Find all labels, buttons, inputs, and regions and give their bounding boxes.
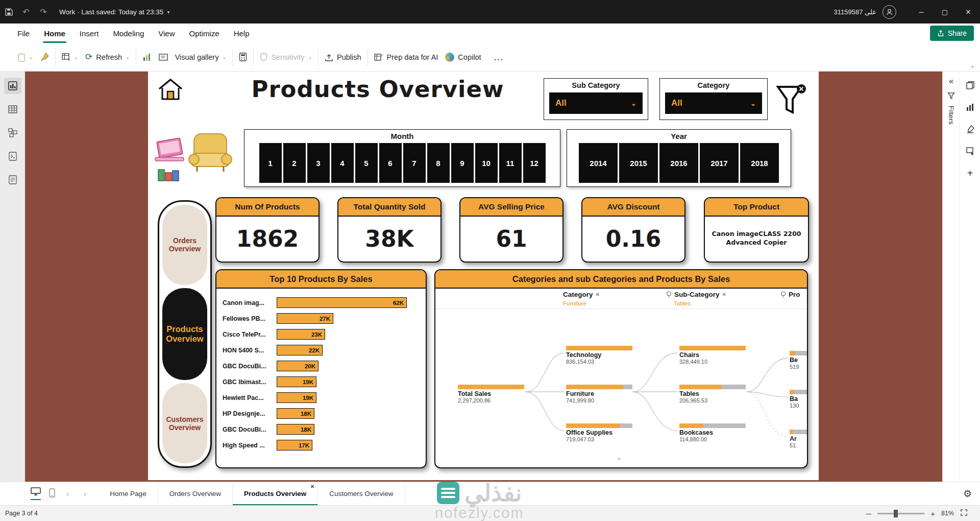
close-tab-icon[interactable]: ✕: [310, 484, 314, 489]
tab-orders-overview[interactable]: Orders Overview: [158, 482, 233, 506]
menu-insert[interactable]: Insert: [72, 25, 106, 42]
nav-orders-overview[interactable]: Orders Overview: [162, 205, 207, 285]
month-button[interactable]: 3: [307, 143, 330, 183]
tree-field-category[interactable]: Category ✕: [563, 291, 600, 298]
bar[interactable]: 62K: [277, 297, 407, 308]
clear-filters-icon[interactable]: [775, 83, 807, 120]
collapse-ribbon-icon[interactable]: ⌄: [970, 62, 975, 69]
month-button[interactable]: 5: [355, 143, 378, 183]
year-button[interactable]: 2014: [579, 143, 618, 183]
menu-view[interactable]: View: [151, 25, 182, 42]
selection-pane-icon[interactable]: [964, 145, 977, 158]
tree-node-office-supplies[interactable]: Office Supplies 719,047.03: [566, 423, 635, 442]
visual-gallery-button[interactable]: Visual gallery ⌄: [175, 53, 227, 61]
bar[interactable]: 22K: [277, 345, 323, 356]
nav-products-overview[interactable]: Products Overview: [162, 288, 207, 380]
month-button[interactable]: 10: [475, 143, 498, 183]
model-view-icon[interactable]: [4, 125, 21, 141]
bar[interactable]: 18K: [277, 408, 314, 419]
month-button[interactable]: 2: [283, 143, 306, 183]
bar[interactable]: 20K: [277, 361, 318, 371]
sensitivity-button[interactable]: Sensitivity ⌄: [260, 53, 312, 61]
fit-to-page-icon[interactable]: [960, 509, 968, 518]
menu-file[interactable]: File: [10, 25, 37, 42]
month-button[interactable]: 9: [451, 143, 474, 183]
menu-home[interactable]: Home: [37, 25, 72, 42]
more-commands-button[interactable]: …: [488, 51, 509, 63]
zoom-slider[interactable]: [877, 513, 924, 514]
prep-data-for-ai-button[interactable]: Prep data for AI: [374, 53, 438, 61]
format-pane-icon[interactable]: [964, 123, 977, 136]
kpi-card-quantity-sold[interactable]: Total Quantity Sold 38K: [337, 197, 442, 263]
category-dropdown[interactable]: All ⌄: [665, 92, 762, 114]
year-button[interactable]: 2015: [619, 143, 658, 183]
tmdl-view-icon[interactable]: [4, 172, 21, 188]
kpi-card-avg-selling-price[interactable]: AVG Selling Price 61: [459, 197, 564, 263]
close-icon[interactable]: ✕: [596, 292, 600, 297]
save-icon[interactable]: [0, 4, 17, 19]
tree-scroll-down-icon[interactable]: ⌄: [616, 453, 622, 461]
zoom-in-button[interactable]: +: [930, 509, 935, 518]
tree-node-product-1[interactable]: Be 519: [790, 351, 808, 370]
home-icon[interactable]: [157, 78, 184, 103]
close-icon[interactable]: ✕: [722, 292, 726, 297]
paste-button[interactable]: ⌄: [17, 53, 33, 62]
tab-home-page[interactable]: Home Page: [99, 482, 158, 506]
tab-products-overview[interactable]: Products Overview ✕: [233, 482, 318, 506]
kpi-card-top-product[interactable]: Top Product Canon imageCLASS 2200 Advanc…: [704, 197, 809, 263]
tree-node-bookcases[interactable]: Bookcases 114,880.00: [679, 423, 749, 442]
bar[interactable]: 27K: [277, 313, 333, 324]
new-measure-button[interactable]: [239, 53, 247, 61]
add-pane-icon[interactable]: +: [964, 167, 977, 180]
tree-field-product[interactable]: Pro: [780, 291, 800, 298]
expand-filters-icon[interactable]: «: [949, 77, 953, 86]
tree-field-subcategory[interactable]: Sub-Category ✕: [666, 291, 726, 298]
build-visual-pane-icon[interactable]: [964, 101, 977, 114]
month-button[interactable]: 7: [403, 143, 426, 183]
publish-button[interactable]: Publish: [325, 53, 361, 61]
tree-node-product-3[interactable]: Ar 51.: [790, 430, 808, 448]
bar[interactable]: 23K: [277, 329, 325, 340]
year-button[interactable]: 2017: [700, 143, 739, 183]
avatar[interactable]: [883, 5, 896, 19]
tree-node-chairs[interactable]: Chairs 328,449.10: [679, 346, 749, 365]
copilot-button[interactable]: Copilot: [445, 53, 481, 62]
close-button[interactable]: ✕: [957, 0, 980, 23]
month-button[interactable]: 4: [331, 143, 354, 183]
nav-customers-overview[interactable]: Customers Overview: [162, 383, 207, 463]
mobile-view-icon[interactable]: [49, 488, 55, 500]
menu-optimize[interactable]: Optimize: [182, 25, 227, 42]
new-visual-button[interactable]: [142, 53, 152, 61]
redo-icon[interactable]: ↷: [35, 4, 52, 19]
document-title[interactable]: Work · Last saved: Today at 23:35 ▾: [59, 8, 169, 16]
year-button[interactable]: 2016: [659, 143, 698, 183]
tree-node-product-2[interactable]: Ba 130: [790, 390, 808, 409]
desktop-view-icon[interactable]: [31, 487, 41, 500]
settings-gear-icon[interactable]: ⚙: [963, 488, 972, 500]
get-data-button[interactable]: ⌄: [62, 53, 79, 61]
zoom-out-button[interactable]: ─: [866, 509, 872, 518]
bar[interactable]: 19K: [277, 376, 316, 387]
menu-modeling[interactable]: Modeling: [106, 25, 151, 42]
bar[interactable]: 19K: [277, 392, 316, 403]
refresh-button[interactable]: ⟳ Refresh ⌄: [85, 52, 130, 62]
month-button[interactable]: 12: [523, 143, 546, 183]
year-button[interactable]: 2018: [740, 143, 779, 183]
zoom-slider-handle[interactable]: [894, 510, 898, 517]
bar[interactable]: 17K: [277, 440, 312, 451]
tabs-scroll-right-icon[interactable]: ›: [81, 489, 90, 499]
tree-node-furniture[interactable]: Furniture 741,999.80: [566, 385, 635, 404]
tree-node-tables[interactable]: Tables 206,965.53: [679, 385, 749, 404]
undo-icon[interactable]: ↶: [17, 4, 35, 19]
month-button[interactable]: 11: [499, 143, 522, 183]
pages-pane-icon[interactable]: [964, 79, 977, 92]
text-box-button[interactable]: [159, 53, 168, 61]
bar[interactable]: 18K: [277, 424, 314, 435]
table-view-icon[interactable]: [4, 101, 21, 117]
report-view-icon[interactable]: [4, 78, 21, 94]
tab-customers-overview[interactable]: Customers Overview: [318, 482, 405, 506]
month-button[interactable]: 8: [427, 143, 450, 183]
tree-node-technology[interactable]: Technology 836,154.03: [566, 346, 635, 365]
tree-node-total-sales[interactable]: Total Sales 2,297,200.86: [458, 385, 527, 404]
month-button[interactable]: 6: [379, 143, 402, 183]
